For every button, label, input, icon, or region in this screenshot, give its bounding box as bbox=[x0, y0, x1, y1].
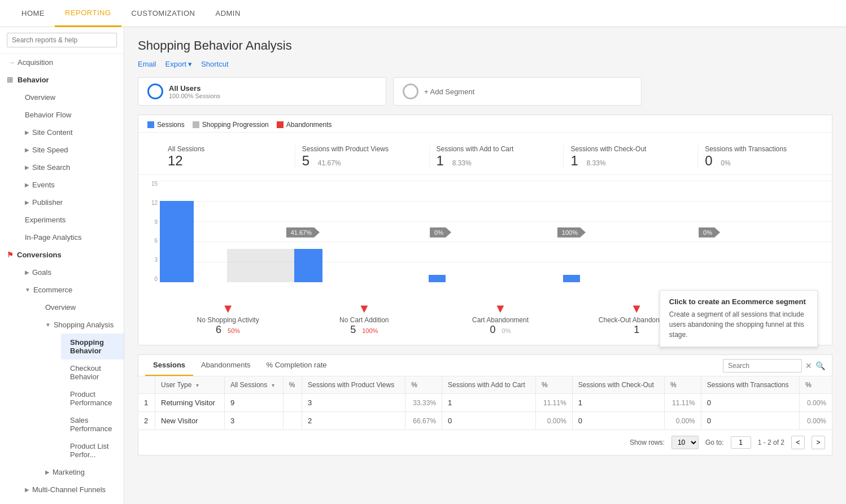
tooltip-title: Click to create an Ecommerce segment bbox=[669, 297, 808, 306]
sidebar-item-checkout-behavior[interactable]: Checkout Behavior bbox=[61, 360, 124, 385]
sidebar-item-ecommerce[interactable]: ▼ Ecommerce bbox=[16, 281, 124, 299]
sidebar-item-behavior-flow[interactable]: Behavior Flow bbox=[16, 106, 124, 124]
row-index-0: 1 bbox=[138, 394, 155, 412]
abandonments-color-icon bbox=[277, 121, 284, 128]
site-speed-label: Site Speed bbox=[32, 146, 68, 154]
funnel-col-value-1: 5 41.67% bbox=[302, 153, 422, 169]
sidebar-item-multichannel[interactable]: ▶ Multi-Channel Funnels bbox=[16, 481, 124, 498]
sidebar-item-marketing[interactable]: ▶ Marketing bbox=[36, 463, 124, 481]
funnel-col-value-2: 1 8.33% bbox=[437, 153, 557, 169]
drop-arrow-3: ▼ bbox=[630, 301, 643, 316]
tooltip-text: Create a segment of all sessions that in… bbox=[669, 309, 808, 340]
nav-customization[interactable]: CUSTOMIZATION bbox=[121, 0, 206, 27]
drop-value-1: 5 100% bbox=[350, 324, 378, 336]
funnel-col-pct-1: 41.67% bbox=[318, 159, 341, 167]
multichannel-arrow: ▶ bbox=[25, 487, 29, 493]
chart-legend: Sessions Shopping Progression Abandonmen… bbox=[138, 115, 832, 133]
sidebar-item-sales-performance[interactable]: Sales Performance bbox=[61, 411, 124, 437]
ecommerce-segment-tooltip[interactable]: Click to create an Ecommerce segment Cre… bbox=[660, 290, 818, 347]
sidebar-item-shopping-analysis[interactable]: ▼ Shopping Analysis bbox=[36, 316, 124, 334]
sidebar-item-publisher[interactable]: ▶ Publisher bbox=[16, 194, 124, 211]
th-all-sessions[interactable]: All Sessions ▾ bbox=[224, 376, 283, 394]
pagination-bar: Show rows: 10 Go to: 1 - 2 of 2 < > bbox=[138, 430, 832, 455]
th-index bbox=[138, 376, 155, 394]
funnel-col-0: All Sessions 12 bbox=[161, 145, 295, 169]
tab-abandonments[interactable]: Abandonments bbox=[193, 355, 258, 376]
sidebar-item-conversions[interactable]: ⚑ Conversions bbox=[0, 246, 124, 264]
tab-completion-rate[interactable]: % Completion rate bbox=[259, 355, 335, 376]
th-pct-5: % bbox=[800, 376, 832, 394]
funnel-col-pct-2: 8.33% bbox=[452, 159, 472, 167]
sidebar-item-site-speed[interactable]: ▶ Site Speed bbox=[16, 141, 124, 159]
sidebar-item-events[interactable]: ▶ Events bbox=[16, 176, 124, 194]
nav-reporting[interactable]: REPORTING bbox=[55, 0, 121, 27]
funnel-col-pct-3: 8.33% bbox=[586, 159, 605, 167]
sidebar-item-site-content[interactable]: ▶ Site Content bbox=[16, 124, 124, 141]
row-all-sessions-1: 3 bbox=[224, 412, 283, 430]
drop-col-2[interactable]: ▼ Cart Abandonment 0 0% bbox=[432, 301, 568, 336]
prev-page-button[interactable]: < bbox=[791, 436, 805, 449]
nav-home[interactable]: HOME bbox=[11, 0, 55, 27]
row-add-to-cart-0: 1 bbox=[442, 394, 536, 412]
table-search-container: ✕ 🔍 bbox=[723, 359, 825, 372]
sessions-legend-label: Sessions bbox=[157, 121, 185, 129]
table-section: Sessions Abandonments % Completion rate … bbox=[138, 354, 832, 455]
legend-abandonments: Abandonments bbox=[277, 121, 332, 129]
site-search-arrow: ▶ bbox=[25, 164, 29, 170]
sidebar-item-attribution[interactable]: ▶ Attribution bbox=[16, 498, 124, 504]
nav-admin[interactable]: ADMIN bbox=[205, 0, 250, 27]
export-button[interactable]: Export ▾ bbox=[165, 60, 193, 68]
sidebar-item-product-performance[interactable]: Product Performance bbox=[61, 385, 124, 411]
th-check-out: Sessions with Check-Out bbox=[572, 376, 664, 394]
goto-input[interactable] bbox=[731, 436, 751, 449]
row-pct3-1: 0.00% bbox=[535, 412, 572, 430]
active-segment[interactable]: All Users 100.00% Sessions bbox=[138, 77, 386, 106]
drop-col-3[interactable]: ▼ Check-Out Abandonment 1 Click to creat… bbox=[569, 301, 705, 336]
sidebar-item-goals[interactable]: ▶ Goals bbox=[16, 264, 124, 281]
sidebar-item-experiments[interactable]: Experiments bbox=[16, 211, 124, 229]
table-row: 2 New Visitor 3 2 66.67% 0 0.00% 0 0.00%… bbox=[138, 412, 832, 430]
shortcut-link[interactable]: Shortcut bbox=[201, 60, 228, 68]
publisher-label: Publisher bbox=[32, 198, 63, 207]
search-input[interactable] bbox=[7, 33, 117, 47]
tab-sessions[interactable]: Sessions bbox=[145, 355, 193, 376]
th-add-to-cart: Sessions with Add to Cart bbox=[442, 376, 536, 394]
arrow-pct-2: 100% bbox=[557, 227, 586, 238]
th-user-type[interactable]: User Type ▾ bbox=[155, 376, 225, 394]
row-user-type-1: New Visitor bbox=[155, 412, 225, 430]
sidebar-item-shopping-behavior[interactable]: Shopping Behavior bbox=[61, 334, 124, 360]
funnel-col-title-1: Sessions with Product Views bbox=[302, 145, 422, 153]
search-clear-icon[interactable]: ✕ bbox=[805, 361, 812, 370]
table-search-input[interactable] bbox=[723, 359, 802, 372]
drop-value-0: 6 50% bbox=[216, 324, 240, 336]
sidebar-item-product-list[interactable]: Product List Perfor... bbox=[61, 437, 124, 463]
segments-row: All Users 100.00% Sessions + Add Segment bbox=[138, 77, 832, 106]
conversions-flag-icon: ⚑ bbox=[7, 251, 14, 259]
behavior-label: Behavior bbox=[18, 76, 49, 84]
sidebar-item-ecomm-overview[interactable]: Overview bbox=[36, 299, 124, 316]
search-icon[interactable]: 🔍 bbox=[816, 361, 825, 370]
sidebar-item-inpage[interactable]: In-Page Analytics bbox=[16, 229, 124, 246]
sidebar-item-behavior[interactable]: ⊞ Behavior bbox=[0, 71, 124, 89]
events-label: Events bbox=[32, 181, 55, 189]
drop-col-0[interactable]: ▼ No Shopping Activity 6 50% bbox=[160, 301, 296, 336]
drop-section: ▼ No Shopping Activity 6 50% ▼ No Cart A… bbox=[138, 299, 832, 336]
show-rows-select[interactable]: 10 bbox=[671, 436, 699, 449]
email-link[interactable]: Email bbox=[138, 60, 156, 68]
drop-col-1[interactable]: ▼ No Cart Addition 5 100% bbox=[296, 301, 432, 336]
bar-sessions bbox=[160, 201, 194, 282]
sidebar-item-acquisition[interactable]: → Acquisition bbox=[0, 54, 124, 71]
segment-text: All Users 100.00% Sessions bbox=[169, 84, 220, 99]
sidebar-item-overview[interactable]: Overview bbox=[16, 89, 124, 106]
ecomm-overview-label: Overview bbox=[45, 303, 76, 312]
funnel-col-value-3: 1 8.33% bbox=[570, 153, 691, 169]
row-pct1-1 bbox=[283, 412, 302, 430]
add-segment-box[interactable]: + Add Segment bbox=[393, 77, 642, 106]
bar-add-to-cart bbox=[429, 275, 446, 282]
row-pct5-1: 0.00% bbox=[800, 412, 832, 430]
funnel-col-1: Sessions with Product Views 5 41.67% bbox=[295, 145, 430, 169]
add-segment-label: + Add Segment bbox=[424, 87, 474, 96]
sidebar-item-site-search[interactable]: ▶ Site Search bbox=[16, 159, 124, 176]
funnel-col-title-3: Sessions with Check-Out bbox=[570, 145, 691, 153]
next-page-button[interactable]: > bbox=[812, 436, 825, 449]
